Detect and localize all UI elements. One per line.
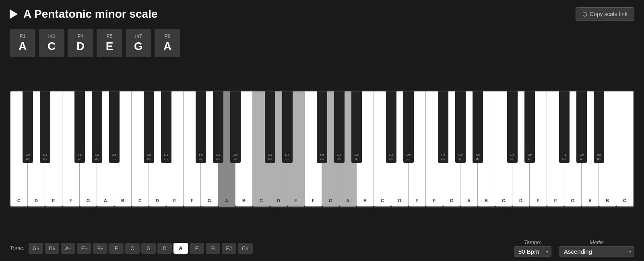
piano-wrap: CDEFGABCDEFGABCDEFGABCDEFGABCDEFGABCC#D♭…	[0, 63, 644, 235]
mode-select-wrap: AscendingDescendingAscending/Descending	[559, 246, 634, 257]
black-key[interactable]: G#A♭	[213, 91, 224, 163]
interval-box[interactable]: m3C	[39, 29, 64, 57]
white-key-label: D	[398, 198, 401, 203]
white-key-label: C	[381, 198, 384, 203]
black-key[interactable]: D#E♭	[161, 91, 172, 163]
bottom-bar: Tonic: G♭D♭A♭E♭B♭FCGDAEBF#C# Tempo: 60 B…	[0, 235, 644, 261]
black-key[interactable]: D#E♭	[524, 91, 535, 163]
black-key-label: G#A♭	[458, 153, 463, 161]
tonic-key-button[interactable]: B♭	[93, 243, 107, 254]
white-key-label: A	[467, 198, 471, 203]
interval-box[interactable]: P4D	[68, 29, 93, 57]
white-key-label: B	[606, 198, 609, 203]
tonic-section: Tonic: G♭D♭A♭E♭B♭FCGDAEBF#C#	[10, 243, 253, 254]
interval-label: P8	[165, 33, 171, 39]
black-key-label: F#G♭	[320, 153, 324, 161]
tonic-key-button[interactable]: G♭	[29, 243, 43, 254]
white-key-label: A	[104, 198, 107, 203]
copy-link-label: Copy scale link	[590, 11, 627, 17]
black-key[interactable]: C#D♭	[507, 91, 518, 163]
black-key[interactable]: C#D♭	[144, 91, 155, 163]
black-key[interactable]: F#G♭	[317, 91, 328, 163]
black-key[interactable]: G#A♭	[92, 91, 103, 163]
black-key[interactable]: F#G♭	[196, 91, 206, 163]
tonic-key-button[interactable]: F	[109, 243, 124, 254]
tonic-key-button[interactable]: G	[141, 243, 156, 254]
black-key[interactable]: C#D♭	[23, 91, 33, 163]
piano[interactable]: CDEFGABCDEFGABCDEFGABCDEFGABCDEFGABCC#D♭…	[10, 91, 634, 207]
black-key-label: F#G♭	[441, 153, 445, 161]
interval-box[interactable]: m7G	[126, 29, 151, 57]
black-key-label: A#B♭	[355, 153, 359, 161]
interval-label: P1	[20, 33, 26, 39]
white-key-label: D	[277, 198, 280, 203]
black-key[interactable]: A#B♭	[594, 91, 605, 163]
black-key[interactable]: C#D♭	[265, 91, 276, 163]
white-key-label: B	[485, 198, 488, 203]
black-key-label: G#A♭	[580, 153, 584, 161]
black-key-label: G#A♭	[337, 153, 342, 161]
white-key-label: C	[17, 198, 21, 203]
intervals-row: P1Am3CP4DP5Em7GP8A	[0, 25, 644, 63]
black-key-label: C#D♭	[389, 153, 393, 161]
white-key[interactable]: C	[616, 91, 634, 207]
black-key[interactable]: F#G♭	[559, 91, 570, 163]
black-key[interactable]: G#A♭	[455, 91, 466, 163]
tonic-key-button[interactable]: C#	[238, 243, 253, 254]
interval-box[interactable]: P8A	[155, 29, 180, 57]
white-key-label: E	[415, 198, 418, 203]
header-left: A Pentatonic minor scale	[10, 8, 158, 21]
white-key-label: B	[363, 198, 367, 203]
copy-link-button[interactable]: ⬡ Copy scale link	[576, 7, 634, 21]
tonic-key-button[interactable]: E♭	[77, 243, 91, 254]
tonic-key-button[interactable]: D	[157, 243, 172, 254]
play-button[interactable]	[10, 9, 18, 19]
tonic-key-button[interactable]: F#	[222, 243, 236, 254]
interval-label: m7	[135, 33, 142, 39]
interval-box[interactable]: P5E	[97, 29, 122, 57]
black-key-label: D#E♭	[407, 153, 411, 161]
interval-note: D	[76, 40, 85, 53]
interval-note: G	[134, 40, 143, 53]
black-key[interactable]: C#D♭	[386, 91, 397, 163]
black-key[interactable]: A#B♭	[230, 91, 241, 163]
black-key-label: D#E♭	[43, 153, 47, 161]
white-key-label: E	[537, 198, 539, 203]
black-key[interactable]: D#E♭	[403, 91, 414, 163]
black-key-label: C#D♭	[510, 153, 514, 161]
white-key-label: D	[156, 198, 159, 203]
black-key[interactable]: G#A♭	[576, 91, 587, 163]
white-key-label: G	[571, 198, 575, 203]
black-key[interactable]: F#G♭	[74, 91, 85, 163]
black-key-label: G#A♭	[95, 153, 99, 161]
mode-select[interactable]: AscendingDescendingAscending/Descending	[559, 246, 634, 257]
tonic-key-button[interactable]: A♭	[61, 243, 75, 254]
black-key[interactable]: F#G♭	[438, 91, 449, 163]
interval-box[interactable]: P1A	[10, 29, 35, 57]
header: A Pentatonic minor scale ⬡ Copy scale li…	[0, 0, 644, 25]
share-icon: ⬡	[582, 11, 587, 17]
black-key[interactable]: A#B♭	[109, 91, 120, 163]
interval-label: m3	[48, 33, 55, 39]
mode-group: Mode: AscendingDescendingAscending/Desce…	[559, 239, 634, 257]
tempo-select-wrap: 60 Bpm70 Bpm80 Bpm90 Bpm100 Bpm	[514, 246, 551, 257]
black-key[interactable]: D#E♭	[282, 91, 293, 163]
tempo-select[interactable]: 60 Bpm70 Bpm80 Bpm90 Bpm100 Bpm	[514, 246, 551, 257]
tonic-key-button[interactable]: A	[173, 243, 188, 254]
black-key[interactable]: D#E♭	[40, 91, 51, 163]
black-key-label: D#E♭	[528, 153, 532, 161]
white-key-label: B	[242, 198, 246, 203]
white-keys-container: CDEFGABCDEFGABCDEFGABCDEFGABCDEFGABCC#D♭…	[10, 91, 634, 207]
white-key-label: F	[554, 198, 557, 203]
tonic-key-button[interactable]: D♭	[45, 243, 59, 254]
tonic-key-button[interactable]: B	[206, 243, 220, 254]
white-key-label: F	[70, 198, 72, 203]
black-key-label: F#G♭	[199, 153, 203, 161]
black-key-label: D#E♭	[285, 153, 289, 161]
tonic-key-button[interactable]: C	[125, 243, 140, 254]
black-key[interactable]: G#A♭	[334, 91, 345, 163]
black-key[interactable]: A#B♭	[351, 91, 362, 163]
black-key[interactable]: A#B♭	[473, 91, 483, 163]
white-key-label: D	[519, 198, 522, 203]
tonic-key-button[interactable]: E	[190, 243, 204, 254]
